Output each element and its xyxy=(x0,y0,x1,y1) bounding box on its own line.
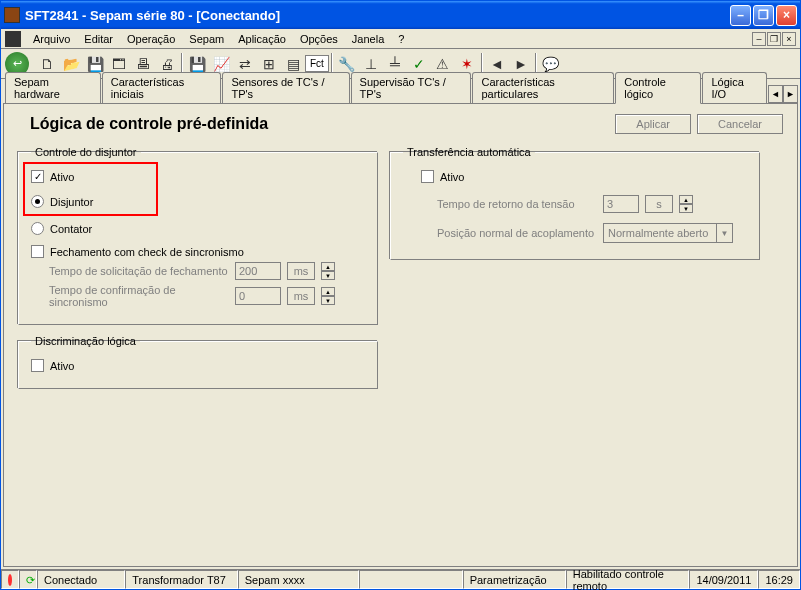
spinner-3[interactable]: ▲▼ xyxy=(679,195,693,213)
discriminacao-ativo-checkbox[interactable] xyxy=(31,359,44,372)
spinner-1[interactable]: ▲▼ xyxy=(321,262,335,280)
status-empty xyxy=(359,570,462,589)
minimize-button[interactable]: – xyxy=(730,5,751,26)
fechamento-label: Fechamento com check de sincronismo xyxy=(50,246,244,258)
fechamento-checkbox[interactable] xyxy=(31,245,44,258)
posicao-dropdown[interactable]: Normalmente aberto ▼ xyxy=(603,223,733,243)
doc-icon xyxy=(5,31,21,47)
disjuntor-label: Disjuntor xyxy=(50,196,93,208)
ativo-checkbox[interactable]: ✓ xyxy=(31,170,44,183)
status-transformador: Transformador T87 xyxy=(125,570,237,589)
menu-janela[interactable]: Janela xyxy=(346,31,390,47)
controle-disjuntor-group: Controle do disjuntor ✓ Ativo Disjuntor xyxy=(18,146,378,325)
chevron-down-icon: ▼ xyxy=(716,224,732,242)
spinner-2[interactable]: ▲▼ xyxy=(321,287,335,305)
discriminacao-legend: Discriminação lógica xyxy=(31,335,140,347)
tab-panel: Lógica de controle pré-definida Aplicar … xyxy=(3,103,798,567)
title-bar: SFT2841 - Sepam série 80 - [Conectando] … xyxy=(1,1,800,29)
tempo-retorno-label: Tempo de retorno da tensão xyxy=(437,198,597,210)
menu-aplicacao[interactable]: Aplicação xyxy=(232,31,292,47)
aplicar-button[interactable]: Aplicar xyxy=(615,114,691,134)
menu-operacao[interactable]: Operação xyxy=(121,31,181,47)
status-habilitado: Habilitado controle remoto xyxy=(566,570,690,589)
menu-opcoes[interactable]: Opções xyxy=(294,31,344,47)
menu-arquivo[interactable]: Arquivo xyxy=(27,31,76,47)
maximize-button[interactable]: ❐ xyxy=(753,5,774,26)
status-conectado: Conectado xyxy=(37,570,125,589)
transferencia-ativo-checkbox[interactable] xyxy=(421,170,434,183)
tempo-solicitacao-input[interactable] xyxy=(235,262,281,280)
status-parametrizacao: Parametrização xyxy=(463,570,566,589)
menu-sepam[interactable]: Sepam xyxy=(183,31,230,47)
tab-particulares[interactable]: Características particulares xyxy=(472,72,614,103)
transferencia-ativo-label: Ativo xyxy=(440,171,464,183)
highlight-box: ✓ Ativo Disjuntor xyxy=(23,162,158,216)
status-sepam: Sepam xxxx xyxy=(238,570,360,589)
mdi-close-button[interactable]: × xyxy=(782,32,796,46)
tempo-retorno-input[interactable] xyxy=(603,195,639,213)
tab-sensores[interactable]: Sensores de TC's / TP's xyxy=(222,72,349,103)
tab-hardware[interactable]: Sepam hardware xyxy=(5,72,101,103)
close-button[interactable]: × xyxy=(776,5,797,26)
transferencia-legend: Transferência automática xyxy=(403,146,535,158)
tab-caracteristicas[interactable]: Características iniciais xyxy=(102,72,222,103)
menu-editar[interactable]: Editar xyxy=(78,31,119,47)
window-title: SFT2841 - Sepam série 80 - [Conectando] xyxy=(25,8,730,23)
contator-radio[interactable] xyxy=(31,222,44,235)
ativo-label: Ativo xyxy=(50,171,74,183)
status-hora: 16:29 xyxy=(758,570,800,589)
tab-scroll-left[interactable]: ◄ xyxy=(768,85,783,103)
tab-strip: Sepam hardware Características iniciais … xyxy=(3,81,798,103)
tempo-confirmacao-input[interactable] xyxy=(235,287,281,305)
tab-scroll-right[interactable]: ► xyxy=(783,85,798,103)
unit-s: s xyxy=(645,195,673,213)
tab-logica-io[interactable]: Lógica I/O xyxy=(702,72,767,103)
unit-ms-1: ms xyxy=(287,262,315,280)
contator-label: Contator xyxy=(50,223,92,235)
menu-bar: Arquivo Editar Operação Sepam Aplicação … xyxy=(1,29,800,49)
app-icon xyxy=(4,7,20,23)
posicao-value: Normalmente aberto xyxy=(608,227,708,239)
fct-button[interactable]: Fct xyxy=(305,55,329,72)
posicao-label: Posição normal de acoplamento xyxy=(437,227,597,239)
cancelar-button[interactable]: Cancelar xyxy=(697,114,783,134)
tab-supervisao[interactable]: Supervisão TC's / TP's xyxy=(351,72,472,103)
mdi-minimize-button[interactable]: – xyxy=(752,32,766,46)
disjuntor-radio[interactable] xyxy=(31,195,44,208)
unit-ms-2: ms xyxy=(287,287,315,305)
panel-title: Lógica de controle pré-definida xyxy=(18,115,609,133)
status-bar: ⟳ Conectado Transformador T87 Sepam xxxx… xyxy=(1,569,800,589)
status-data: 14/09/2011 xyxy=(689,570,758,589)
discriminacao-ativo-label: Ativo xyxy=(50,360,74,372)
mdi-restore-button[interactable]: ❐ xyxy=(767,32,781,46)
menu-help[interactable]: ? xyxy=(392,31,410,47)
discriminacao-group: Discriminação lógica Ativo xyxy=(18,335,378,389)
transferencia-group: Transferência automática Ativo Tempo de … xyxy=(390,146,760,260)
tempo-solicitacao-label: Tempo de solicitação de fechamento xyxy=(49,265,229,277)
tempo-confirmacao-label: Tempo de confirmação de sincronismo xyxy=(49,284,229,308)
refresh-icon: ⟳ xyxy=(26,574,35,586)
tab-controle-logico[interactable]: Controle lógico xyxy=(615,72,701,104)
controle-disjuntor-legend: Controle do disjuntor xyxy=(31,146,141,158)
status-red-icon xyxy=(8,574,12,586)
